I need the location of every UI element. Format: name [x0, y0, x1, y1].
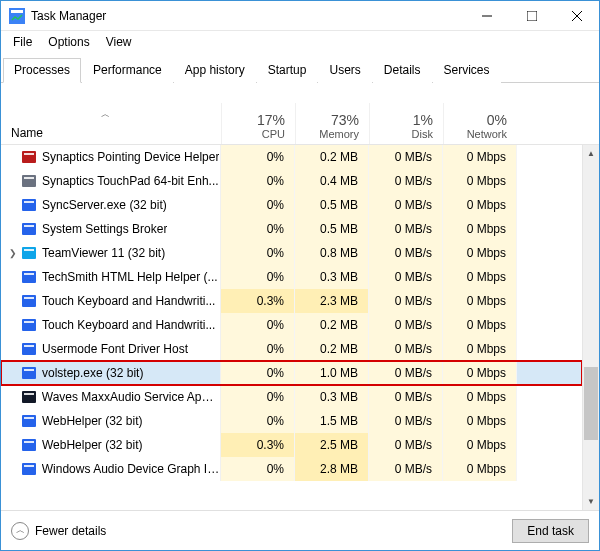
title-bar[interactable]: Task Manager	[1, 1, 599, 31]
cell-memory: 0.2 MB	[295, 145, 369, 169]
cell-disk: 0 MB/s	[369, 241, 443, 265]
cell-network: 0 Mbps	[443, 217, 517, 241]
cell-memory: 0.2 MB	[295, 337, 369, 361]
table-row[interactable]: TechSmith HTML Help Helper (...0%0.3 MB0…	[1, 265, 582, 289]
tab-details[interactable]: Details	[373, 58, 432, 83]
process-name: SyncServer.exe (32 bit)	[42, 198, 167, 212]
svg-rect-17	[24, 273, 34, 275]
tab-performance[interactable]: Performance	[82, 58, 173, 83]
table-row[interactable]: ❯TeamViewer 11 (32 bit)0%0.8 MB0 MB/s0 M…	[1, 241, 582, 265]
header-cpu-label: CPU	[262, 128, 285, 140]
header-network[interactable]: 0%Network	[443, 103, 517, 144]
scroll-down-button[interactable]: ▼	[583, 493, 599, 510]
process-icon	[21, 437, 37, 453]
cell-cpu: 0%	[221, 169, 295, 193]
header-cpu-pct: 17%	[257, 112, 285, 128]
tab-startup[interactable]: Startup	[257, 58, 318, 83]
cell-memory: 0.3 MB	[295, 385, 369, 409]
process-name-cell: volstep.exe (32 bit)	[1, 361, 221, 385]
column-headers: ︿ Name 17%CPU 73%Memory 1%Disk 0%Network	[1, 103, 599, 145]
vertical-scrollbar[interactable]: ▲ ▼	[582, 145, 599, 510]
process-icon	[21, 341, 37, 357]
header-name[interactable]: Name	[1, 126, 221, 144]
svg-rect-24	[22, 367, 36, 379]
scroll-up-button[interactable]: ▲	[583, 145, 599, 162]
process-name-cell: WebHelper (32 bit)	[1, 433, 221, 457]
cell-disk: 0 MB/s	[369, 265, 443, 289]
cell-memory: 2.8 MB	[295, 457, 369, 481]
table-row[interactable]: Touch Keyboard and Handwriti...0.3%2.3 M…	[1, 289, 582, 313]
header-network-label: Network	[467, 128, 507, 140]
end-task-button[interactable]: End task	[512, 519, 589, 543]
svg-rect-12	[22, 223, 36, 235]
process-name: Touch Keyboard and Handwriti...	[42, 294, 215, 308]
process-icon	[21, 317, 37, 333]
cell-memory: 1.0 MB	[295, 361, 369, 385]
cell-cpu: 0%	[221, 241, 295, 265]
tab-users[interactable]: Users	[318, 58, 371, 83]
tab-app-history[interactable]: App history	[174, 58, 256, 83]
cell-cpu: 0%	[221, 193, 295, 217]
header-memory[interactable]: 73%Memory	[295, 103, 369, 144]
table-row[interactable]: Usermode Font Driver Host0%0.2 MB0 MB/s0…	[1, 337, 582, 361]
process-icon	[21, 197, 37, 213]
process-name-cell: Windows Audio Device Graph Is...	[1, 457, 221, 481]
cell-network: 0 Mbps	[443, 385, 517, 409]
table-row[interactable]: System Settings Broker0%0.5 MB0 MB/s0 Mb…	[1, 217, 582, 241]
cell-disk: 0 MB/s	[369, 169, 443, 193]
table-row[interactable]: WebHelper (32 bit)0%1.5 MB0 MB/s0 Mbps	[1, 409, 582, 433]
cell-network: 0 Mbps	[443, 433, 517, 457]
sort-indicator-icon: ︿	[101, 108, 110, 121]
svg-rect-11	[24, 201, 34, 203]
tab-services[interactable]: Services	[433, 58, 501, 83]
cell-cpu: 0.3%	[221, 433, 295, 457]
svg-rect-16	[22, 271, 36, 283]
table-row[interactable]: Windows Audio Device Graph Is...0%2.8 MB…	[1, 457, 582, 481]
menu-options[interactable]: Options	[40, 33, 97, 51]
expand-icon[interactable]: ❯	[7, 248, 19, 258]
fewer-details-button[interactable]: ︿ Fewer details	[11, 522, 106, 540]
process-name: Waves MaxxAudio Service Appli...	[42, 390, 220, 404]
cell-cpu: 0%	[221, 313, 295, 337]
header-cpu[interactable]: 17%CPU	[221, 103, 295, 144]
tab-processes[interactable]: Processes	[3, 58, 81, 83]
svg-rect-27	[24, 393, 34, 395]
svg-rect-1	[11, 10, 23, 13]
table-row[interactable]: Waves MaxxAudio Service Appli...0%0.3 MB…	[1, 385, 582, 409]
cell-cpu: 0%	[221, 217, 295, 241]
footer: ︿ Fewer details End task	[1, 510, 599, 550]
menu-view[interactable]: View	[98, 33, 140, 51]
header-disk[interactable]: 1%Disk	[369, 103, 443, 144]
process-icon	[21, 173, 37, 189]
process-name-cell: WebHelper (32 bit)	[1, 409, 221, 433]
cell-network: 0 Mbps	[443, 337, 517, 361]
process-icon	[21, 413, 37, 429]
table-row[interactable]: Synaptics TouchPad 64-bit Enh...0%0.4 MB…	[1, 169, 582, 193]
cell-network: 0 Mbps	[443, 265, 517, 289]
svg-rect-30	[22, 439, 36, 451]
svg-rect-28	[22, 415, 36, 427]
cell-network: 0 Mbps	[443, 361, 517, 385]
maximize-button[interactable]	[509, 1, 554, 31]
cell-network: 0 Mbps	[443, 169, 517, 193]
tab-strip: Processes Performance App history Startu…	[1, 53, 599, 83]
cell-memory: 2.3 MB	[295, 289, 369, 313]
fewer-details-label: Fewer details	[35, 524, 106, 538]
table-row[interactable]: SyncServer.exe (32 bit)0%0.5 MB0 MB/s0 M…	[1, 193, 582, 217]
menu-file[interactable]: File	[5, 33, 40, 51]
cell-disk: 0 MB/s	[369, 145, 443, 169]
svg-rect-32	[22, 463, 36, 475]
table-row[interactable]: WebHelper (32 bit)0.3%2.5 MB0 MB/s0 Mbps	[1, 433, 582, 457]
process-icon	[21, 365, 37, 381]
table-row[interactable]: volstep.exe (32 bit)0%1.0 MB0 MB/s0 Mbps	[1, 361, 582, 385]
cell-cpu: 0%	[221, 145, 295, 169]
minimize-button[interactable]	[464, 1, 509, 31]
scroll-track[interactable]	[583, 162, 599, 493]
header-memory-pct: 73%	[331, 112, 359, 128]
close-button[interactable]	[554, 1, 599, 31]
process-name: Synaptics Pointing Device Helper	[42, 150, 219, 164]
table-row[interactable]: Touch Keyboard and Handwriti...0%0.2 MB0…	[1, 313, 582, 337]
process-name-cell: ❯TeamViewer 11 (32 bit)	[1, 241, 221, 265]
scroll-thumb[interactable]	[584, 367, 598, 440]
table-row[interactable]: Synaptics Pointing Device Helper0%0.2 MB…	[1, 145, 582, 169]
